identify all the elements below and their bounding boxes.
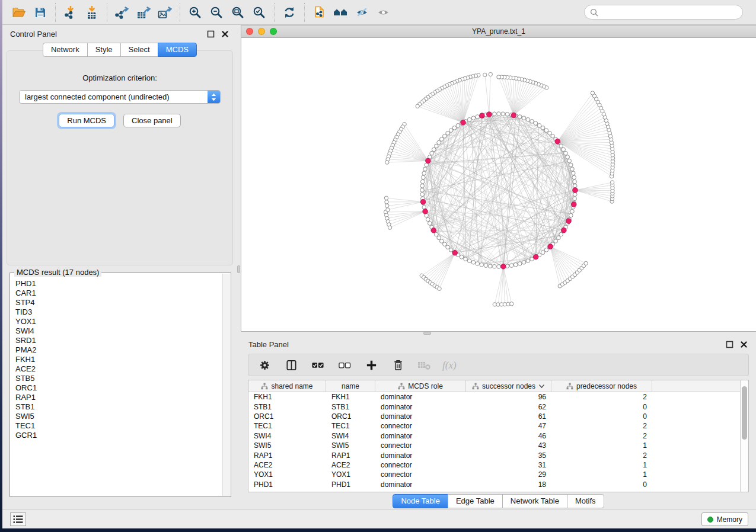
- cell-name[interactable]: RAP1: [326, 450, 375, 460]
- cell-predecessor-nodes[interactable]: 2: [551, 392, 652, 402]
- cell-successor-nodes[interactable]: 31: [466, 460, 551, 470]
- horizontal-splitter[interactable]: [241, 332, 756, 335]
- zoom-selected-button[interactable]: [248, 2, 270, 23]
- tab-mcds[interactable]: MCDS: [158, 43, 197, 57]
- cell-shared-name[interactable]: PHD1: [248, 480, 326, 489]
- cell-successor-nodes[interactable]: 96: [466, 392, 551, 402]
- network-canvas[interactable]: [241, 38, 756, 331]
- deselect-all-button[interactable]: [337, 358, 352, 372]
- cell-successor-nodes[interactable]: 18: [466, 480, 551, 489]
- table-row[interactable]: SWI4SWI4dominator462: [248, 431, 740, 441]
- splitter-handle[interactable]: [423, 332, 431, 335]
- cell-MCDS-role[interactable]: dominator: [375, 402, 466, 411]
- cell-MCDS-role[interactable]: connector: [375, 421, 466, 431]
- cell-name[interactable]: STB1: [326, 402, 375, 411]
- close-panel-button[interactable]: Close panel: [123, 114, 181, 127]
- columns-button[interactable]: [284, 358, 298, 372]
- export-network-button[interactable]: [111, 2, 133, 23]
- cell-shared-name[interactable]: STB1: [248, 402, 326, 411]
- table-row[interactable]: ACE2ACE2connector311: [248, 460, 740, 470]
- cell-successor-nodes[interactable]: 46: [466, 431, 551, 441]
- cell-successor-nodes[interactable]: 43: [466, 441, 551, 450]
- column-header-successor-nodes[interactable]: successor nodes: [466, 380, 551, 392]
- cell-predecessor-nodes[interactable]: 0: [551, 412, 652, 421]
- cell-successor-nodes[interactable]: 62: [466, 402, 551, 411]
- cell-shared-name[interactable]: SWI4: [248, 431, 326, 441]
- column-header-MCDS-role[interactable]: MCDS role: [375, 380, 466, 392]
- cell-shared-name[interactable]: TEC1: [248, 421, 326, 431]
- table-row[interactable]: PHD1PHD1dominator180: [248, 480, 740, 489]
- table-row[interactable]: SWI5SWI5connector431: [248, 441, 740, 450]
- cell-predecessor-nodes[interactable]: 1: [551, 460, 652, 470]
- gear-button[interactable]: [257, 358, 272, 372]
- import-table-button[interactable]: [81, 2, 103, 23]
- memory-button[interactable]: Memory: [701, 512, 748, 526]
- cell-MCDS-role[interactable]: dominator: [375, 450, 466, 460]
- table-row[interactable]: YOX1YOX1connector291: [248, 470, 740, 479]
- table-scrollbar[interactable]: [740, 380, 748, 492]
- zoom-fit-button[interactable]: [227, 2, 248, 23]
- float-panel-icon[interactable]: [725, 340, 734, 349]
- column-header-predecessor-nodes[interactable]: predecessor nodes: [551, 380, 652, 392]
- tab-node-table[interactable]: Node Table: [393, 494, 448, 508]
- cell-name[interactable]: ACE2: [326, 460, 375, 470]
- close-panel-icon[interactable]: [739, 340, 748, 349]
- cell-successor-nodes[interactable]: 35: [466, 450, 551, 460]
- vertical-splitter[interactable]: [237, 25, 241, 509]
- mcds-result-item[interactable]: STP4: [15, 298, 222, 307]
- cell-predecessor-nodes[interactable]: 2: [551, 450, 652, 460]
- cell-successor-nodes[interactable]: 29: [466, 470, 551, 479]
- result-list-scrollbar[interactable]: [222, 274, 230, 496]
- tab-select[interactable]: Select: [120, 43, 158, 57]
- splitter-handle[interactable]: [237, 265, 240, 273]
- cell-shared-name[interactable]: ORC1: [248, 412, 326, 421]
- cell-predecessor-nodes[interactable]: 1: [551, 470, 652, 479]
- network-graph[interactable]: [241, 38, 756, 331]
- save-button[interactable]: [30, 2, 51, 23]
- cell-shared-name[interactable]: RAP1: [248, 450, 326, 460]
- cell-MCDS-role[interactable]: dominator: [375, 431, 466, 441]
- zoom-out-button[interactable]: [206, 2, 227, 23]
- cell-predecessor-nodes[interactable]: 1: [551, 441, 652, 450]
- mcds-result-item[interactable]: FKH1: [15, 355, 222, 364]
- maximize-window-button[interactable]: [270, 28, 277, 35]
- table-row[interactable]: FKH1FKH1dominator962: [248, 392, 740, 402]
- mcds-result-item[interactable]: TID3: [15, 307, 222, 317]
- cell-predecessor-nodes[interactable]: 2: [551, 431, 652, 441]
- tab-style[interactable]: Style: [87, 43, 121, 57]
- open-button[interactable]: [8, 2, 30, 23]
- cell-MCDS-role[interactable]: dominator: [375, 412, 466, 421]
- cell-name[interactable]: SWI5: [326, 441, 375, 450]
- cell-name[interactable]: PHD1: [326, 480, 375, 489]
- mcds-result-item[interactable]: STB5: [15, 374, 222, 383]
- export-image-button[interactable]: [154, 2, 176, 23]
- cell-successor-nodes[interactable]: 47: [466, 421, 551, 431]
- cell-name[interactable]: ORC1: [326, 412, 375, 421]
- close-window-button[interactable]: [246, 28, 253, 35]
- optimization-criterion-dropdown[interactable]: largest connected component (undirected): [19, 90, 221, 104]
- zoom-in-button[interactable]: [184, 2, 206, 23]
- first-neighbors-button[interactable]: [330, 2, 352, 23]
- add-button[interactable]: [364, 358, 378, 372]
- cell-name[interactable]: FKH1: [326, 392, 375, 402]
- mcds-result-item[interactable]: YOX1: [15, 317, 222, 326]
- table-row[interactable]: TEC1TEC1connector472: [248, 421, 740, 431]
- import-network-button[interactable]: [60, 2, 81, 23]
- task-history-button[interactable]: [10, 512, 26, 526]
- cell-predecessor-nodes[interactable]: 0: [551, 402, 652, 411]
- mcds-result-list[interactable]: PHD1CAR1STP4TID3YOX1SWI4SRD1PMA2FKH1ACE2…: [10, 273, 222, 496]
- mcds-result-item[interactable]: TEC1: [15, 421, 222, 431]
- table-row[interactable]: STB1STB1dominator620: [248, 402, 740, 411]
- cell-predecessor-nodes[interactable]: 0: [551, 480, 652, 489]
- cell-name[interactable]: YOX1: [326, 470, 375, 479]
- cell-shared-name[interactable]: SWI5: [248, 441, 326, 450]
- mcds-result-item[interactable]: STB1: [15, 402, 222, 412]
- mcds-result-item[interactable]: SRD1: [15, 336, 222, 345]
- float-panel-icon[interactable]: [206, 30, 215, 39]
- hide-selected-button[interactable]: [352, 2, 373, 23]
- column-header-shared-name[interactable]: shared name: [248, 380, 326, 392]
- refresh-button[interactable]: [279, 2, 300, 23]
- mcds-result-item[interactable]: RAP1: [15, 393, 222, 402]
- cell-name[interactable]: SWI4: [326, 431, 375, 441]
- cell-MCDS-role[interactable]: connector: [375, 460, 466, 470]
